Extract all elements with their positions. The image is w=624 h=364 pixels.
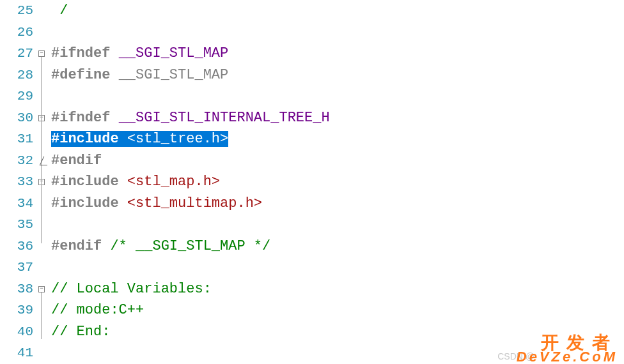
token-plain — [110, 45, 118, 61]
line-number: 36 — [0, 236, 38, 257]
token-preproc: #include — [51, 131, 119, 147]
token-comment: // mode:C++ — [51, 302, 144, 318]
line-number: 34 — [0, 193, 38, 215]
token-plain — [119, 195, 127, 211]
code-line[interactable]: #include <stl_map.h> — [51, 171, 624, 193]
line-number: 32 — [0, 150, 38, 172]
code-line[interactable]: #define __SGI_STL_MAP — [51, 64, 624, 86]
code-line[interactable]: // mode:C++ — [51, 300, 624, 321]
token-comment: // Local Variables: — [51, 281, 212, 297]
token-comment: /* __SGI_STL_MAP */ — [110, 238, 270, 254]
fold-toggle-icon[interactable]: − — [38, 115, 45, 121]
token-macro: __SGI_STL_MAP — [119, 45, 229, 61]
fold-toggle-icon[interactable]: − — [38, 179, 45, 185]
code-line[interactable]: / — [51, 0, 624, 22]
code-line[interactable]: #include <stl_tree.h> — [51, 128, 624, 150]
line-number: 33 — [0, 171, 38, 193]
code-line[interactable] — [51, 257, 624, 278]
token-macro: __SGI_STL_INTERNAL_TREE_H — [119, 110, 330, 126]
token-define: __SGI_STL_MAP — [119, 67, 229, 83]
code-line[interactable]: #ifndef __SGI_STL_INTERNAL_TREE_H — [51, 107, 624, 129]
line-number: 25 — [0, 0, 38, 22]
token-comment: // End: — [51, 324, 110, 340]
line-number: 38 — [0, 278, 38, 300]
code-line[interactable]: #endif — [51, 150, 624, 172]
line-number: 27 — [0, 43, 38, 64]
fold-guide-line — [41, 292, 42, 340]
fold-column[interactable]: −−−− — [38, 0, 51, 364]
token-comment: / — [51, 3, 68, 19]
token-preproc: #ifndef — [51, 45, 110, 61]
watermark-en: DeVZe.CoM — [517, 349, 618, 364]
fold-guide-line — [41, 185, 42, 201]
code-line[interactable]: #include <stl_multimap.h> — [51, 193, 624, 215]
token-preproc: #include — [51, 195, 119, 211]
fold-toggle-icon[interactable]: − — [38, 50, 45, 57]
token-bracket: <stl_map.h> — [127, 174, 220, 190]
token-preproc: #ifndef — [51, 110, 110, 126]
code-line[interactable]: #endif /* __SGI_STL_MAP */ — [51, 236, 624, 257]
token-preproc: #define — [51, 67, 110, 83]
line-number: 26 — [0, 22, 38, 43]
token-preproc: #endif — [51, 153, 102, 169]
token-plain — [102, 238, 110, 254]
code-line[interactable]: // End: — [51, 321, 624, 343]
line-number: 30 — [0, 107, 38, 129]
token-plain — [110, 110, 118, 126]
line-number: 39 — [0, 300, 38, 321]
line-number: 41 — [0, 342, 38, 364]
line-number-gutter: 2526272829303132333435363738394041 — [0, 0, 38, 364]
line-number: 35 — [0, 214, 38, 236]
fold-guide-line — [41, 121, 42, 158]
line-number: 31 — [0, 128, 38, 150]
code-line[interactable] — [51, 22, 624, 43]
line-number: 28 — [0, 64, 38, 86]
line-number: 40 — [0, 321, 38, 343]
token-plain — [119, 131, 127, 147]
token-preproc: #include — [51, 174, 119, 190]
code-area[interactable]: /#ifndef __SGI_STL_MAP#define __SGI_STL_… — [51, 0, 624, 364]
fold-toggle-icon[interactable]: − — [38, 286, 45, 292]
code-line[interactable] — [51, 214, 624, 236]
token-plain — [110, 67, 118, 83]
token-bracket: <stl_multimap.h> — [127, 195, 262, 211]
token-bracket: <stl_tree.h> — [127, 131, 228, 147]
code-editor[interactable]: 2526272829303132333435363738394041 −−−− … — [0, 0, 624, 364]
code-line[interactable]: // Local Variables: — [51, 278, 624, 300]
token-plain — [119, 174, 127, 190]
code-line[interactable]: #ifndef __SGI_STL_MAP — [51, 43, 624, 64]
line-number: 29 — [0, 86, 38, 107]
code-line[interactable] — [51, 86, 624, 107]
line-number: 37 — [0, 257, 38, 278]
token-preproc: #endif — [51, 238, 102, 254]
